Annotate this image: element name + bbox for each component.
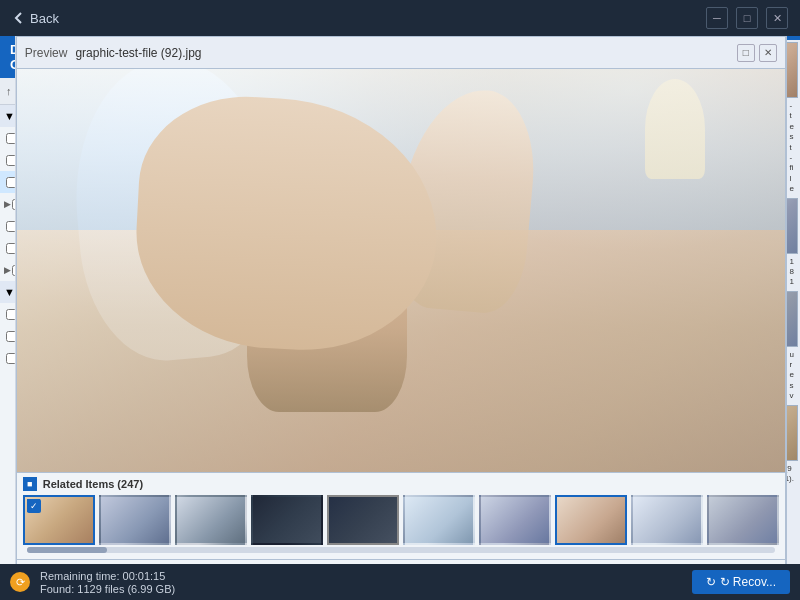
thumbnail-1[interactable]: ✓ [23,495,95,545]
sidebar-toolbar: ↑ 🗑 Delet [0,78,15,105]
item-checkbox[interactable] [6,177,16,188]
right-thumb-text-4: (91). [787,463,798,486]
drive-label: Drive G [0,36,16,78]
expand-icon: ▼ [4,286,15,298]
item-checkbox[interactable] [6,221,16,232]
preview-titlebar: Preview graphic-test-file (92).jpg □ ✕ [17,37,785,69]
thumbnail-10[interactable] [707,495,779,545]
list-item[interactable]: ▶ 📁 [0,193,15,215]
check-mark: ✓ [27,499,40,512]
thumbnail-3[interactable] [175,495,247,545]
thumbnail-8[interactable] [555,495,627,545]
preview-restore-button[interactable]: □ [737,44,755,62]
related-strip-header: ■ Related Items (247) [23,477,779,491]
expand-icon: ▼ [4,110,15,122]
right-thumb-text-1: -test-file [787,100,798,196]
expand-icon: ▶ [4,265,10,275]
right-panel-scroll: -test-file 18 1 uresv (91). [787,40,800,487]
related-items-strip: ■ Related Items (247) ✓ [17,472,785,559]
right-panel: -test-file 18 1 uresv (91). [786,36,800,600]
thumbnail-2[interactable] [99,495,171,545]
item-checkbox[interactable] [6,309,16,320]
list-item[interactable]: 📁 [0,149,15,171]
preview-panel: Preview graphic-test-file (92).jpg □ ✕ [16,36,786,600]
title-bar: Back ─ □ ✕ [0,0,800,36]
main-layout: Drive G ↑ 🗑 Delet ▼ 🗑 Delet 📁 📁 📁 [0,36,800,600]
right-thumb-3[interactable] [787,291,798,347]
sidebar-group-new[interactable]: ▼ 🔵 New [0,281,15,303]
status-recover-label: ↻ Recov... [720,575,776,589]
item-checkbox[interactable] [6,155,16,166]
right-thumb-2[interactable] [787,198,798,254]
status-icon: ⟳ [10,572,30,592]
lamp-shape [645,79,705,179]
scrollbar-thumb [27,547,107,553]
sidebar: Drive G ↑ 🗑 Delet ▼ 🗑 Delet 📁 📁 📁 [0,36,16,600]
expand-icon: ▶ [4,199,10,209]
status-info: Remaining time: 00:01:15 Found: 1129 fil… [40,570,175,595]
list-item[interactable]: 📁 [0,237,15,259]
up-button[interactable]: ↑ [6,82,12,100]
right-thumb-text-3: uresv [787,349,798,403]
right-thumb-4[interactable] [787,405,798,461]
thumbnails-row: ✓ [23,495,779,545]
found-files-text: Found: 1129 files (6.99 GB) [40,583,175,595]
thumbnail-9[interactable] [631,495,703,545]
restore-button[interactable]: □ [736,7,758,29]
related-checkbox[interactable]: ■ [23,477,37,491]
thumbnail-6[interactable] [403,495,475,545]
sidebar-group-deleted[interactable]: ▼ 🗑 Delet [0,105,15,127]
list-item[interactable]: 📁 [0,303,15,325]
close-button[interactable]: ✕ [766,7,788,29]
list-item[interactable]: 📁 [0,127,15,149]
list-item[interactable]: ▶ 📁 [0,259,15,281]
right-thumb-1[interactable] [787,42,798,98]
preview-photo [17,69,785,472]
item-checkbox[interactable] [6,353,16,364]
list-item[interactable]: 📁 [0,171,15,193]
recover-icon: ↻ [706,575,716,589]
list-item[interactable]: 📁 [0,325,15,347]
item-checkbox[interactable] [6,331,16,342]
back-button[interactable]: Back [12,11,59,26]
preview-image-area [17,69,785,472]
flowers [339,271,369,331]
minimize-button[interactable]: ─ [706,7,728,29]
preview-filename: graphic-test-file (92).jpg [75,46,201,60]
status-bar: ⟳ Remaining time: 00:01:15 Found: 1129 f… [0,564,800,600]
preview-label: Preview [25,46,68,60]
preview-close-button[interactable]: ✕ [759,44,777,62]
back-label: Back [30,11,59,26]
thumbnail-7[interactable] [479,495,551,545]
item-checkbox[interactable] [6,243,16,254]
window-controls: ─ □ ✕ [706,7,788,29]
thumbnail-4[interactable] [251,495,323,545]
related-title: Related Items (247) [43,478,143,490]
person-1 [247,129,407,411]
item-checkbox[interactable] [6,133,16,144]
list-item[interactable]: 📁 [0,215,15,237]
list-item[interactable]: 📁 [0,347,15,369]
thumbnail-5[interactable] [327,495,399,545]
remaining-time-text: Remaining time: 00:01:15 [40,570,175,582]
status-recover-button[interactable]: ↻ ↻ Recov... [692,570,790,594]
right-thumb-text-2: 18 1 [787,256,798,289]
thumbnails-scrollbar[interactable] [27,547,775,553]
